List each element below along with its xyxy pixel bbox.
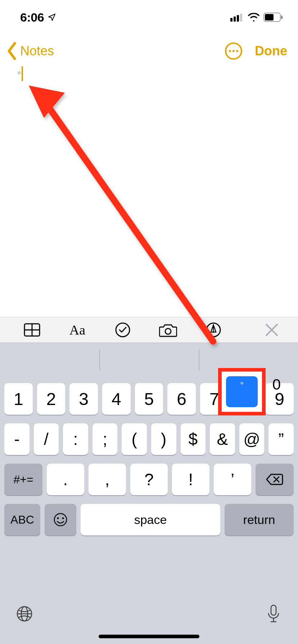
key-at-label: @ [243,429,260,449]
backspace-icon [266,473,283,486]
key-exclaim-label: ! [189,470,193,489]
svg-rect-5 [265,14,274,20]
key-2-label: 2 [46,389,56,409]
key-slash-label: / [44,429,49,449]
key-exclaim[interactable]: ! [172,464,209,495]
text-format-label: Aa [69,322,85,338]
key-semicolon[interactable]: ; [92,423,118,455]
key-amp[interactable]: & [210,423,235,455]
key-dollar[interactable]: $ [181,423,206,455]
key-4[interactable]: 4 [102,383,131,415]
key-return[interactable]: return [225,504,294,535]
svg-point-17 [116,323,130,337]
camera-button[interactable] [159,321,177,339]
suggestion-2-trailing: 0 [272,376,281,393]
key-question[interactable]: ? [130,464,168,495]
checklist-button[interactable] [114,321,132,339]
globe-button[interactable] [14,604,35,624]
key-semicolon-label: ; [103,429,107,449]
key-comma-label: , [105,470,110,489]
location-icon [48,13,56,22]
note-editor[interactable]: ° [0,68,298,317]
key-period-label: . [63,470,68,489]
home-indicator[interactable] [99,635,199,638]
suggestion-0[interactable] [0,343,99,377]
key-rparen[interactable]: ) [151,423,176,455]
key-abc[interactable]: ABC [4,504,40,535]
keyboard: 0 ° 1 2 3 4 5 6 7 8 9 - / : ; ( ) $ [0,343,298,644]
key-colon[interactable]: : [63,423,88,455]
close-toolbar-button[interactable] [263,322,280,338]
table-button[interactable] [23,321,41,339]
markup-button[interactable] [204,321,222,339]
key-space[interactable]: space [81,504,220,535]
done-button[interactable]: Done [255,43,287,59]
key-comma[interactable]: , [89,464,126,495]
key-1[interactable]: 1 [4,383,33,415]
nav-right: Done [225,42,287,60]
cellular-icon [230,13,244,22]
svg-point-18 [165,328,171,334]
key-backspace[interactable] [256,464,294,495]
key-dash[interactable]: - [4,423,30,455]
text-format-button[interactable]: Aa [68,321,86,339]
svg-point-8 [229,50,231,52]
degree-key-popup[interactable]: ° [226,376,258,407]
svg-point-24 [54,514,67,526]
key-row-2: - / : ; ( ) $ & @ ” [3,423,295,455]
key-slash[interactable]: / [34,423,59,455]
key-space-label: space [134,513,167,527]
key-emoji[interactable] [45,504,76,535]
key-lparen[interactable]: ( [122,423,147,455]
svg-rect-6 [281,15,283,19]
key-1-label: 1 [14,389,23,409]
key-row-3: #+= . , ? ! ’ [3,464,295,495]
suggestion-1[interactable] [99,343,199,377]
key-3[interactable]: 3 [69,383,98,415]
status-left: 6:06 [20,10,56,24]
mic-icon [267,604,280,623]
key-symbols-shift-label: #+= [13,473,33,486]
degree-key-label: ° [240,380,244,390]
key-dash-label: - [14,429,19,449]
key-row-4: ABC space return [3,504,295,535]
status-right [230,13,284,22]
text-cursor [22,66,23,81]
svg-rect-30 [271,605,276,615]
key-2[interactable]: 2 [37,383,66,415]
svg-point-9 [232,50,235,52]
back-button[interactable]: Notes [4,41,54,61]
key-apostrophe[interactable]: ’ [214,464,251,495]
status-bar: 6:06 [0,0,298,34]
key-abc-label: ABC [10,513,34,526]
key-3-label: 3 [79,389,89,409]
emoji-icon [53,512,68,527]
svg-point-10 [236,50,238,52]
key-at[interactable]: @ [239,423,265,455]
battery-icon [263,13,284,22]
key-7-label: 7 [209,389,219,409]
key-5[interactable]: 5 [135,383,163,415]
svg-point-26 [62,518,64,519]
back-label: Notes [20,43,54,59]
svg-rect-1 [234,17,236,22]
key-amp-label: & [217,429,228,449]
svg-point-25 [57,518,59,519]
key-quote-label: ” [278,429,284,449]
key-6[interactable]: 6 [167,383,196,415]
key-quote[interactable]: ” [268,423,294,455]
chevron-left-icon [4,41,19,61]
key-question-label: ? [144,470,154,489]
key-period[interactable]: . [47,464,84,495]
key-rparen-label: ) [161,429,166,449]
dictation-button[interactable] [263,604,284,624]
key-symbols-shift[interactable]: #+= [4,464,42,495]
key-4-label: 4 [112,389,121,409]
key-5-label: 5 [144,389,154,409]
more-icon[interactable] [225,42,243,60]
globe-icon [16,605,33,622]
wifi-icon [248,13,260,22]
nav-bar: Notes Done [0,34,298,68]
key-return-label: return [243,513,275,527]
key-lparen-label: ( [132,429,137,449]
